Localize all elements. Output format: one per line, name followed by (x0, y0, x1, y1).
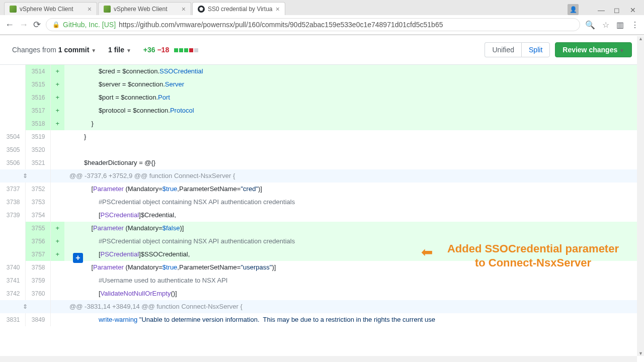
annotation-arrow-icon: ⬅ (421, 244, 433, 260)
changes-dropdown[interactable]: Changes from 1 commit ▼ (12, 46, 96, 54)
close-icon[interactable]: × (276, 5, 280, 13)
diff-row-context: 37373752 [Parameter (Mandatory=$true,Par… (0, 183, 644, 196)
diff-row-context: 37413759 #Username used to authenticate … (0, 274, 644, 287)
extension-icon[interactable]: ▥ (616, 20, 624, 30)
diff-table: 3514+ $cred = $connection.SSOCredential … (0, 65, 644, 326)
browser-tab-active[interactable]: SS0 credential by Virtua × (192, 2, 285, 15)
forward-icon[interactable]: → (19, 20, 28, 30)
expand-icon[interactable]: ⇕ (0, 300, 50, 313)
address-bar: ← → ⟳ 🔒 GitHub, Inc. [US] https://github… (0, 15, 644, 35)
review-changes-button[interactable]: Review changes ▼ (555, 42, 632, 57)
minimize-icon[interactable]: — (598, 6, 605, 13)
vsphere-icon (10, 6, 17, 13)
diff-row-context: 37393754 [PSCredential]$Credential, (0, 209, 644, 222)
user-badge-icon[interactable]: 👤 (568, 4, 579, 15)
diff-row-addition: 3514+ $cred = $connection.SSOCredential (0, 65, 644, 78)
diff-row-addition: 3518+ } (0, 117, 644, 130)
diff-row-context: 37383753 #PSCredential object containing… (0, 196, 644, 209)
diff-body: 3514+ $cred = $connection.SSOCredential … (0, 65, 644, 326)
bookmark-icon[interactable]: ☆ (602, 20, 609, 30)
chevron-down-icon: ▼ (91, 48, 96, 53)
chevron-down-icon: ▼ (126, 48, 131, 53)
unified-button[interactable]: Unified (485, 42, 521, 57)
diff-row-addition: 3517+ $protocol = $connection.Protocol (0, 104, 644, 117)
tab-title: SS0 credential by Virtua (208, 6, 273, 13)
diff-row-context: 35063521 $headerDictionary = @{} (0, 156, 644, 169)
diff-hunk-header: ⇕@@ -3737,6 +3752,9 @@ function Connect-… (0, 169, 644, 183)
url-origin: GitHub, Inc. [US] (63, 21, 116, 29)
close-icon[interactable]: × (182, 5, 186, 13)
chevron-down-icon: ▼ (619, 48, 624, 53)
browser-tab-bar: vSphere Web Client × vSphere Web Client … (0, 0, 644, 15)
tab-title: vSphere Web Client (20, 6, 73, 13)
menu-icon[interactable]: ⋮ (631, 20, 639, 30)
diff-row-context: 35053520 (0, 143, 644, 156)
lock-icon: 🔒 (52, 21, 60, 28)
add-comment-button[interactable]: + (73, 253, 83, 263)
browser-tab[interactable]: vSphere Web Client × (98, 2, 191, 15)
browser-tab[interactable]: vSphere Web Client × (4, 2, 97, 15)
close-icon[interactable]: × (88, 5, 92, 13)
expand-icon[interactable]: ⇕ (0, 169, 50, 183)
diff-row-addition: 3516+ $port = $connection.Port (0, 91, 644, 104)
diff-row-addition: 3515+ $server = $connection.Server (0, 78, 644, 91)
maximize-icon[interactable]: ◻ (614, 6, 621, 13)
horizontal-scrollbar[interactable] (0, 356, 637, 362)
tab-title: vSphere Web Client (114, 6, 168, 13)
diff-hunk-header: ⇕@@ -3831,14 +3849,14 @@ function Connec… (0, 300, 644, 313)
zoom-icon[interactable]: 🔍 (585, 20, 595, 30)
diff-toolbar: Changes from 1 commit ▼ 1 file ▼ +36 −18… (0, 35, 644, 65)
vertical-scrollbar[interactable] (637, 36, 644, 356)
diffstat: +36 −18 (143, 46, 198, 54)
window-controls: 👤 — ◻ ✕ (560, 4, 644, 15)
vsphere-icon (104, 6, 111, 13)
back-icon[interactable]: ← (5, 20, 14, 30)
url-input[interactable]: 🔒 GitHub, Inc. [US] https://github.com/v… (46, 18, 580, 31)
diff-row-addition: 3755+ [Parameter (Mandatory=$false)] (0, 222, 644, 235)
diff-view-toggle: Unified Split (485, 42, 550, 57)
diff-row-context: 35043519 } (0, 130, 644, 143)
close-window-icon[interactable]: ✕ (630, 6, 637, 13)
files-dropdown[interactable]: 1 file ▼ (108, 46, 131, 54)
split-button[interactable]: Split (521, 42, 550, 57)
github-icon (198, 6, 205, 13)
diff-row-context: 38313849 write-warning "Unable to determ… (0, 313, 644, 326)
diff-row-context: 37423760 [ValidateNotNullOrEmpty()] (0, 287, 644, 300)
annotation-callout: Added SSOCredential parameter to Connect… (447, 242, 619, 269)
reload-icon[interactable]: ⟳ (33, 19, 41, 30)
url-path: https://github.com/vmware/powernsx/pull/… (119, 21, 443, 29)
